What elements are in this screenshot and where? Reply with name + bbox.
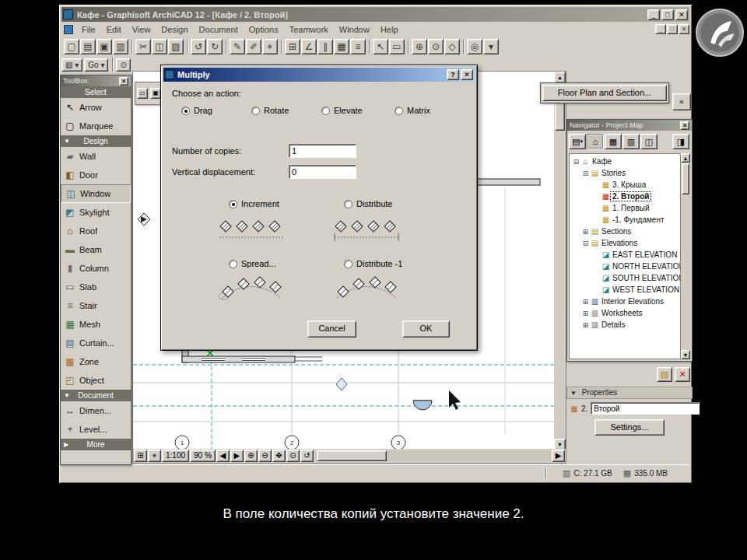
mdi-close-button[interactable]: ✕	[679, 24, 689, 34]
vertical-scrollbar[interactable]: ▲ ▼	[554, 72, 566, 450]
radio-increment[interactable]: Increment	[229, 199, 279, 208]
tree-item-worksheets[interactable]: ⊞ ▥ Worksheets	[570, 307, 680, 319]
toolbox-item-beam[interactable]: ▬ Beam	[61, 240, 131, 259]
maximize-button[interactable]: □	[661, 9, 674, 20]
menu-edit[interactable]: Edit	[101, 23, 127, 36]
redo-icon[interactable]: ↻	[207, 39, 223, 54]
rotate-view-icon[interactable]: ↺	[300, 450, 314, 462]
toolbox-item-zone[interactable]: ▩ Zone	[61, 352, 131, 371]
toolbox-item-stair[interactable]: ≡ Stair	[61, 296, 131, 315]
toolbox-item-skylight[interactable]: ◩ Skylight	[61, 203, 131, 222]
settings-button[interactable]: Settings...	[594, 419, 665, 436]
toolbox-item-wall[interactable]: ▰ Wall	[61, 147, 131, 166]
title-bar[interactable]: Кафе - Graphisoft ArchiCAD 12 - [Кафе / …	[61, 7, 689, 22]
layout-navigator-icon[interactable]: ▧ ▾	[61, 58, 82, 72]
toolbox-header-select[interactable]: Select	[61, 86, 131, 98]
radio-icon[interactable]	[229, 200, 237, 208]
arrow-tool-icon[interactable]: ↖	[373, 39, 388, 54]
tree-options-icon[interactable]: ◨	[672, 134, 689, 149]
vertical-displacement-field[interactable]	[289, 165, 356, 179]
tree-item-elevations[interactable]: ⊟ ▤ Elevations	[570, 237, 680, 249]
quick-options-icon[interactable]: ⊞	[134, 450, 147, 462]
radio-distribute[interactable]: Distribute	[344, 199, 392, 208]
radio-icon[interactable]	[344, 260, 352, 268]
expand-icon[interactable]: ⊟	[581, 240, 590, 247]
radio-spread[interactable]: Spread...	[229, 259, 276, 268]
toolbox-item-mesh[interactable]: ▦ Mesh	[61, 315, 131, 334]
close-button[interactable]: ✕	[461, 69, 473, 80]
expand-icon[interactable]: ⊞	[581, 310, 590, 317]
new-file-icon[interactable]: ▢	[64, 39, 79, 54]
toolbox-item-slab[interactable]: ▭ Slab	[61, 278, 131, 296]
zoom-level-button[interactable]: 90 %	[190, 450, 216, 462]
scroll-up-icon[interactable]: ▲	[554, 72, 566, 83]
tree-item-story-foundation[interactable]: ▦ -1. Фундамент	[570, 214, 680, 226]
guide-lines-icon[interactable]: ∥	[317, 39, 333, 54]
toolbox-item-dimension[interactable]: ↔ Dimen...	[61, 401, 131, 420]
menu-window[interactable]: Window	[334, 23, 375, 36]
scroll-up-icon[interactable]: ▲	[681, 153, 690, 163]
scrollbar-thumb[interactable]	[317, 450, 387, 461]
tree-item-story-1[interactable]: ▦ 1. Первый	[570, 202, 680, 214]
mdi-minimize-button[interactable]: _	[655, 24, 666, 34]
close-button[interactable]: ✕	[675, 9, 688, 20]
menu-document[interactable]: Document	[194, 23, 244, 36]
pickup-parameters-icon[interactable]: ✐	[246, 39, 261, 54]
radio-icon[interactable]	[321, 107, 330, 115]
tree-item-north-elevation[interactable]: ◪ NORTH ELEVATION	[570, 261, 680, 272]
radio-icon[interactable]	[344, 200, 352, 208]
project-chooser-icon[interactable]: ▤▾	[569, 134, 586, 149]
settings-dialog-icon[interactable]: ▣	[150, 88, 161, 99]
toolbox-header-document[interactable]: ▼Document	[61, 390, 131, 401]
cut-icon[interactable]: ✂	[135, 39, 151, 54]
tree-item-west-elevation[interactable]: ◪ WEST ELEVATION	[570, 284, 680, 296]
tree-item-project[interactable]: ⊟ ⌂ Кафе	[570, 156, 680, 167]
toolbox-item-door[interactable]: ◧ Door	[61, 166, 131, 184]
arrow-mode-icon[interactable]: ▭	[137, 88, 148, 99]
tree-item-south-elevation[interactable]: ◪ SOUTH ELEVATION	[570, 272, 680, 284]
scroll-down-icon[interactable]: ▼	[681, 350, 690, 359]
toolbox-item-marquee[interactable]: ▢ Marquee	[61, 117, 131, 135]
toolbox-item-level[interactable]: + Level...	[61, 420, 131, 439]
zoom-in-icon[interactable]: ⊕	[244, 450, 258, 462]
more-tools-icon[interactable]: ▾	[483, 39, 499, 54]
pan-icon[interactable]: ✥	[272, 450, 286, 462]
toolbox-header-design[interactable]: ▼Design	[61, 135, 131, 147]
expand-icon[interactable]: ⊟	[572, 158, 580, 166]
zoom-forward-icon[interactable]: ▶	[230, 450, 244, 462]
delete-viewpoint-icon[interactable]: ✕	[675, 367, 690, 382]
toolbox-header-more[interactable]: ▶More	[61, 439, 131, 450]
toolbox-item-object[interactable]: ◰ Object	[61, 371, 131, 390]
fit-in-window-icon[interactable]: ⊙	[286, 450, 300, 462]
open-file-icon[interactable]: ▤	[80, 39, 96, 54]
horizontal-scrollbar[interactable]	[315, 450, 551, 461]
floorplan-section-button[interactable]: Floor Plan and Section...	[542, 85, 667, 101]
scrollbar-thumb[interactable]	[682, 163, 689, 194]
pen-icon[interactable]: ✎	[230, 39, 245, 54]
publisher-icon[interactable]: ◫	[640, 134, 658, 149]
close-icon[interactable]: ✕	[680, 121, 689, 130]
tree-item-story-2[interactable]: ▦ 2. Второй	[570, 191, 680, 202]
new-viewpoint-icon[interactable]: ▨	[657, 367, 672, 382]
inject-parameters-icon[interactable]: ⌖	[262, 39, 278, 54]
dialog-title-bar[interactable]: Multiply ? ✕	[163, 68, 475, 82]
document-icon[interactable]	[64, 25, 73, 34]
toolbox-item-arrow[interactable]: ↖ Arrow	[61, 98, 131, 117]
copy-icon[interactable]: ◫	[152, 39, 167, 54]
radio-icon[interactable]	[395, 107, 403, 115]
layout-book-icon[interactable]: ▥	[622, 134, 640, 149]
zoom-out-icon[interactable]: ⊖	[258, 450, 272, 462]
gravity-icon[interactable]: ∠	[301, 39, 317, 54]
toolbox-title-bar[interactable]: ToolBox ✕	[61, 75, 131, 86]
hidden-palettes-button[interactable]: «	[672, 93, 691, 110]
ok-button[interactable]: OK	[402, 320, 450, 338]
menu-file[interactable]: File	[76, 23, 101, 36]
print-icon[interactable]: ▥	[113, 39, 128, 54]
toolbox-item-window[interactable]: ◫ Window	[61, 184, 131, 203]
menu-teamwork[interactable]: Teamwork	[284, 23, 334, 36]
radio-matrix[interactable]: Matrix	[395, 106, 430, 115]
radio-icon[interactable]	[251, 107, 260, 115]
suspend-groups-icon[interactable]: ⊞	[285, 39, 300, 54]
expand-icon[interactable]: ⊞	[581, 298, 590, 306]
view-map-icon[interactable]: ▦	[605, 134, 622, 149]
